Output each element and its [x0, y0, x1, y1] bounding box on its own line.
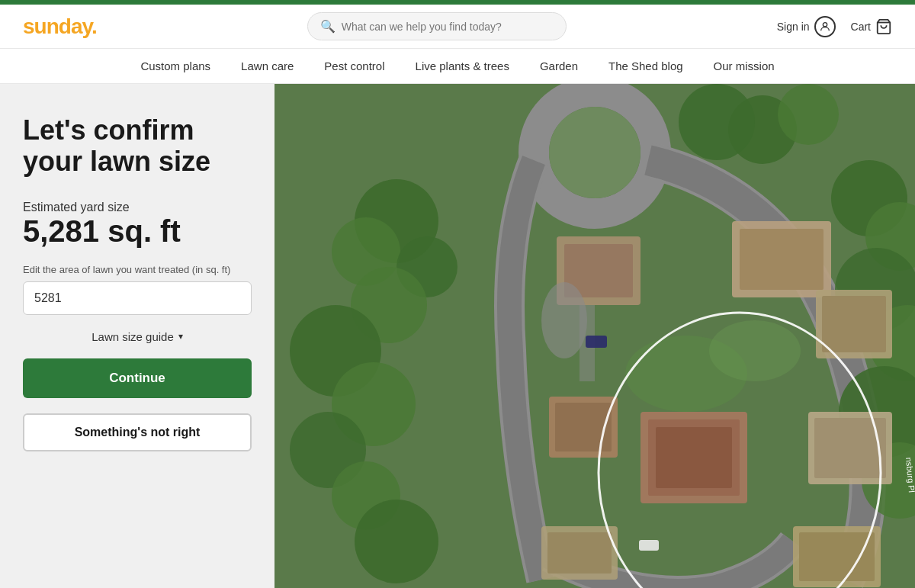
cart-button[interactable]: Cart: [851, 18, 892, 35]
page-headline: Let's confirm your lawn size: [23, 114, 252, 178]
continue-button[interactable]: Continue: [23, 358, 252, 398]
yard-size-section: Estimated yard size 5,281 sq. ft: [23, 201, 252, 249]
nav-item-our-mission[interactable]: Our mission: [714, 59, 775, 72]
lawn-guide-label: Lawn size guide: [92, 330, 174, 343]
svg-rect-43: [639, 540, 659, 551]
search-bar[interactable]: 🔍: [307, 12, 567, 40]
nav-item-live-plants[interactable]: Live plants & trees: [416, 59, 509, 72]
svg-point-22: [679, 84, 755, 160]
svg-rect-28: [822, 296, 886, 352]
logo-text: sunday: [23, 14, 92, 38]
svg-rect-35: [656, 427, 732, 488]
svg-point-0: [823, 22, 827, 26]
chevron-down-icon: ▾: [178, 331, 183, 342]
nav-item-custom-plans[interactable]: Custom plans: [140, 59, 210, 72]
left-panel: Let's confirm your lawn size Estimated y…: [0, 84, 274, 588]
user-icon: [814, 16, 836, 37]
yard-size-label: Estimated yard size: [23, 201, 252, 214]
nav-item-lawn-care[interactable]: Lawn care: [241, 59, 294, 72]
lawn-guide-button[interactable]: Lawn size guide ▾: [92, 330, 183, 343]
nav-item-garden[interactable]: Garden: [540, 59, 578, 72]
nav: Custom plans Lawn care Pest control Live…: [0, 49, 915, 84]
edit-section: Edit the area of lawn you want treated (…: [23, 264, 252, 315]
sign-in-label: Sign in: [777, 21, 810, 33]
svg-point-21: [778, 84, 839, 145]
svg-rect-32: [799, 532, 875, 581]
svg-rect-42: [586, 336, 607, 348]
search-input[interactable]: [342, 21, 554, 33]
svg-point-13: [355, 500, 438, 583]
yard-size-value: 5,281 sq. ft: [23, 214, 252, 249]
header: sunday. 🔍 Sign in Cart: [0, 5, 915, 49]
svg-rect-37: [555, 403, 612, 451]
search-icon: 🔍: [320, 19, 336, 34]
map-panel: nsburg Pl urg Ct: [274, 84, 915, 588]
logo-dot: .: [92, 14, 97, 38]
svg-rect-39: [547, 532, 612, 574]
lawn-size-input[interactable]: [23, 281, 252, 315]
svg-point-45: [709, 320, 801, 381]
aerial-map: nsburg Pl urg Ct: [274, 84, 915, 588]
main-content: Let's confirm your lawn size Estimated y…: [0, 84, 915, 588]
nav-item-shed-blog[interactable]: The Shed blog: [608, 59, 683, 72]
not-right-button[interactable]: Something's not right: [23, 413, 252, 451]
cart-label: Cart: [851, 21, 871, 33]
svg-point-4: [549, 107, 640, 198]
nav-item-pest-control[interactable]: Pest control: [324, 59, 384, 72]
header-right: Sign in Cart: [777, 16, 892, 37]
edit-field-label: Edit the area of lawn you want treated (…: [23, 264, 252, 275]
svg-rect-26: [740, 229, 824, 290]
sign-in-button[interactable]: Sign in: [777, 16, 836, 37]
logo[interactable]: sunday.: [23, 14, 97, 39]
cart-icon: [875, 18, 892, 35]
